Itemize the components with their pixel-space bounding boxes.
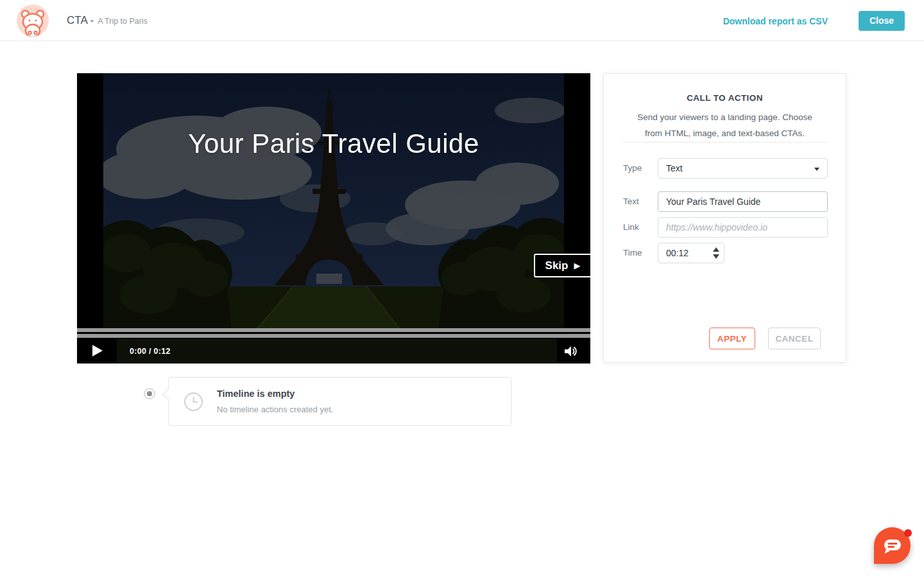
timeline-empty-title: Timeline is empty [217, 389, 295, 399]
time-display: 0:00 / 0:12 [130, 347, 171, 356]
timeline-card-pointer [163, 389, 174, 400]
time-stepper-up-icon[interactable] [713, 247, 719, 252]
secondary-progress-bar[interactable] [77, 334, 590, 338]
skip-play-icon: ▶ [574, 261, 580, 270]
cta-panel: CALL TO ACTION Send your viewers to a la… [603, 73, 846, 363]
video-surface[interactable]: Your Paris Travel Guide [103, 73, 564, 329]
text-input[interactable] [658, 191, 828, 212]
play-button[interactable] [92, 345, 103, 356]
notification-badge [904, 529, 912, 537]
hippo-logo-icon [17, 4, 49, 37]
timeline-empty-subtitle: No timeline actions created yet. [217, 405, 333, 414]
download-report-link[interactable]: Download report as CSV [723, 16, 828, 26]
apply-button[interactable]: APPLY [709, 328, 755, 349]
skip-button[interactable]: Skip ▶ [534, 254, 590, 277]
type-label: Type [623, 163, 642, 173]
timeline-marker-inner-dot [147, 391, 152, 396]
timeline-empty-card: Timeline is empty No timeline actions cr… [168, 377, 511, 426]
link-input[interactable] [658, 217, 828, 238]
panel-description: Send your viewers to a landing page. Cho… [628, 110, 821, 142]
seek-bar[interactable] [77, 328, 590, 332]
header: CTA - A Trip to Paris Download report as… [0, 0, 924, 41]
type-select[interactable]: Text [658, 158, 828, 179]
paris-eiffel-scene [103, 73, 564, 329]
video-overlay-title: Your Paris Travel Guide [103, 128, 564, 159]
skip-button-label: Skip [545, 259, 569, 272]
video-controls-bar: 0:00 / 0:12 [77, 338, 590, 363]
breadcrumb: CTA - A Trip to Paris [67, 0, 148, 41]
cancel-button[interactable]: CANCEL [768, 328, 821, 349]
volume-icon[interactable] [563, 344, 578, 358]
timeline-marker-dot [144, 388, 155, 399]
text-label: Text [623, 197, 639, 206]
page-title: CTA - [67, 14, 94, 27]
clock-icon [184, 392, 203, 412]
panel-divider [623, 142, 826, 143]
time-stepper [713, 247, 721, 259]
chevron-down-icon [814, 168, 819, 171]
panel-title: CALL TO ACTION [604, 93, 846, 103]
page-subtitle: A Trip to Paris [98, 17, 148, 26]
type-select-value: Text [666, 163, 683, 173]
link-label: Link [623, 222, 639, 232]
app-root: CTA - A Trip to Paris Download report as… [0, 0, 924, 578]
video-player: Your Paris Travel Guide Skip ▶ 0:00 / 0:… [77, 73, 590, 363]
time-label: Time [623, 248, 642, 258]
close-button[interactable]: Close [859, 11, 905, 31]
time-stepper-down-icon[interactable] [713, 254, 719, 259]
